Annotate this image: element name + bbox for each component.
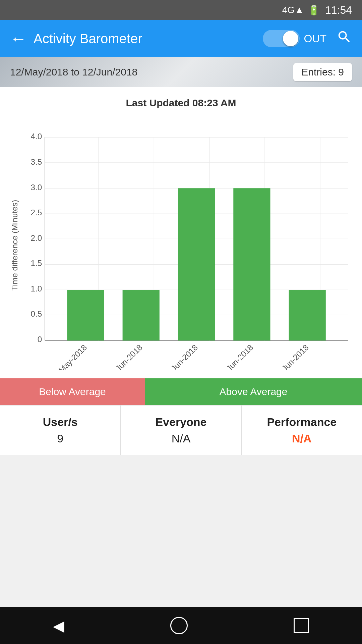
network-icon: 4G▲	[282, 5, 304, 15]
below-average-label: Below Average	[39, 386, 106, 397]
bar-5	[289, 290, 326, 340]
toggle-label: OUT	[304, 33, 326, 45]
svg-text:31-May-2018: 31-May-2018	[48, 343, 88, 370]
performance-label: Performance	[248, 416, 355, 429]
bar-4	[233, 188, 270, 340]
chart-container: Last Updated 08:23 AM Time difference (M…	[0, 87, 362, 378]
chart-wrapper: Time difference (Minutes)	[7, 119, 355, 372]
chart-section: Last Updated 08:23 AM Time difference (M…	[0, 87, 362, 455]
stats-row: User/s 9 Everyone N/A Performance N/A	[0, 405, 362, 455]
app-title: Activity Barometer	[34, 31, 256, 46]
nav-back-button[interactable]: ◀	[53, 617, 64, 634]
svg-text:3.0: 3.0	[31, 183, 42, 192]
svg-text:4.0: 4.0	[31, 132, 42, 141]
in-out-toggle[interactable]	[263, 30, 300, 47]
users-cell: User/s 9	[0, 406, 121, 455]
battery-icon: 🔋	[308, 5, 320, 16]
back-button[interactable]: ←	[10, 30, 27, 47]
nav-home-button[interactable]	[170, 617, 188, 634]
svg-text:2.5: 2.5	[31, 208, 42, 217]
status-bar: 4G▲ 🔋 11:54	[0, 0, 362, 20]
legend-above-average: Above Average	[145, 378, 362, 405]
date-range: 12/May/2018 to 12/Jun/2018	[10, 66, 137, 78]
search-button[interactable]	[337, 29, 352, 48]
bottom-nav: ◀	[0, 607, 362, 644]
toggle-container: OUT	[263, 30, 326, 47]
bar-1	[67, 290, 104, 340]
performance-cell: Performance N/A	[242, 406, 362, 455]
svg-text:11-Jun-2018: 11-Jun-2018	[216, 343, 255, 370]
nav-recent-button[interactable]	[294, 618, 309, 633]
legend-bar: Below Average Above Average	[0, 378, 362, 405]
everyone-label: Everyone	[127, 416, 234, 429]
bar-chart: 4.0 3.5 3.0 2.5 2.0 1.5 1.0 0.5 0	[23, 119, 355, 370]
svg-text:1.5: 1.5	[31, 259, 42, 268]
entries-badge: Entries: 9	[293, 63, 352, 81]
bar-2	[123, 290, 160, 340]
y-axis-label: Time difference (Minutes)	[7, 119, 23, 372]
svg-text:06-Jun-2018: 06-Jun-2018	[105, 343, 144, 370]
chart-title: Last Updated 08:23 AM	[7, 97, 355, 109]
users-label: User/s	[7, 416, 114, 429]
toggle-thumb	[283, 31, 298, 46]
svg-text:12-Jun-2018: 12-Jun-2018	[272, 343, 310, 370]
above-average-label: Above Average	[220, 386, 288, 397]
chart-inner: 4.0 3.5 3.0 2.5 2.0 1.5 1.0 0.5 0	[23, 119, 355, 372]
everyone-value: N/A	[127, 432, 234, 445]
svg-text:0: 0	[38, 335, 42, 344]
app-bar: ← Activity Barometer OUT	[0, 20, 362, 57]
svg-text:08-Jun-2018: 08-Jun-2018	[161, 343, 199, 370]
date-bar: 12/May/2018 to 12/Jun/2018 Entries: 9	[0, 57, 362, 87]
performance-value: N/A	[248, 432, 355, 445]
legend-below-average: Below Average	[0, 378, 145, 405]
svg-text:2.0: 2.0	[31, 233, 42, 243]
svg-text:0.5: 0.5	[31, 309, 42, 318]
status-time: 11:54	[325, 4, 352, 16]
svg-text:3.5: 3.5	[31, 157, 42, 166]
svg-text:1.0: 1.0	[31, 284, 42, 293]
users-value: 9	[7, 432, 114, 445]
everyone-cell: Everyone N/A	[121, 406, 241, 455]
status-icons: 4G▲ 🔋	[282, 5, 320, 16]
bar-3	[178, 188, 215, 340]
